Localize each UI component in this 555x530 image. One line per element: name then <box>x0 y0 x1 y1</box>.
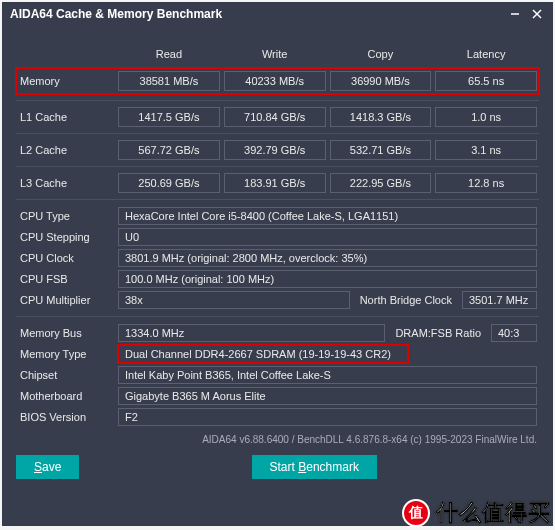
bios-row: BIOS Version F2 <box>16 407 539 427</box>
memory-read[interactable]: 38581 MB/s <box>118 71 220 91</box>
dram-ratio-value: 40:3 <box>491 324 537 342</box>
cpu-type-value: HexaCore Intel Core i5-8400 (Coffee Lake… <box>118 207 537 225</box>
l3-write[interactable]: 183.91 GB/s <box>224 173 326 193</box>
memory-copy[interactable]: 36990 MB/s <box>330 71 432 91</box>
chipset-value: Intel Kaby Point B365, Intel Coffee Lake… <box>118 366 537 384</box>
bios-label: BIOS Version <box>16 411 116 423</box>
bios-value: F2 <box>118 408 537 426</box>
cpu-fsb-label: CPU FSB <box>16 273 116 285</box>
chipset-row: Chipset Intel Kaby Point B365, Intel Cof… <box>16 365 539 385</box>
cpu-mult-label: CPU Multiplier <box>16 294 116 306</box>
l2-write[interactable]: 392.79 GB/s <box>224 140 326 160</box>
mem-type-label: Memory Type <box>16 348 116 360</box>
cpu-type-label: CPU Type <box>16 210 116 222</box>
cpu-fsb-row: CPU FSB 100.0 MHz (original: 100 MHz) <box>16 269 539 289</box>
mem-bus-label: Memory Bus <box>16 327 116 339</box>
start-benchmark-button[interactable]: Start Benchmark <box>252 455 377 479</box>
l1-latency[interactable]: 1.0 ns <box>435 107 537 127</box>
cpu-mult-value: 38x <box>118 291 350 309</box>
header-latency: Latency <box>433 46 539 62</box>
mobo-value: Gigabyte B365 M Aorus Elite <box>118 387 537 405</box>
header-copy: Copy <box>328 46 434 62</box>
l1-row: L1 Cache 1417.5 GB/s 710.84 GB/s 1418.3 … <box>16 107 539 127</box>
cpu-stepping-row: CPU Stepping U0 <box>16 227 539 247</box>
cpu-fsb-value: 100.0 MHz (original: 100 MHz) <box>118 270 537 288</box>
cpu-stepping-label: CPU Stepping <box>16 231 116 243</box>
window-title: AIDA64 Cache & Memory Benchmark <box>10 7 503 21</box>
l2-latency[interactable]: 3.1 ns <box>435 140 537 160</box>
nb-clock-label: North Bridge Clock <box>352 294 460 306</box>
close-icon <box>532 9 542 19</box>
minimize-button[interactable] <box>505 4 525 24</box>
save-button[interactable]: Save <box>16 455 79 479</box>
column-headers: Read Write Copy Latency <box>16 44 539 64</box>
app-window: AIDA64 Cache & Memory Benchmark Read Wri… <box>2 2 553 526</box>
watermark-text: 什么值得买 <box>436 498 551 528</box>
footer-text: AIDA64 v6.88.6400 / BenchDLL 4.6.876.8-x… <box>2 428 553 449</box>
cpu-clock-row: CPU Clock 3801.9 MHz (original: 2800 MHz… <box>16 248 539 268</box>
memory-latency[interactable]: 65.5 ns <box>435 71 537 91</box>
mobo-row: Motherboard Gigabyte B365 M Aorus Elite <box>16 386 539 406</box>
cpu-type-row: CPU Type HexaCore Intel Core i5-8400 (Co… <box>16 206 539 226</box>
titlebar: AIDA64 Cache & Memory Benchmark <box>2 2 553 26</box>
header-write: Write <box>222 46 328 62</box>
minimize-icon <box>510 9 520 19</box>
cpu-clock-label: CPU Clock <box>16 252 116 264</box>
close-button[interactable] <box>527 4 547 24</box>
memory-label: Memory <box>16 75 116 87</box>
watermark: 值 什么值得买 <box>402 498 551 528</box>
l1-write[interactable]: 710.84 GB/s <box>224 107 326 127</box>
l2-copy[interactable]: 532.71 GB/s <box>330 140 432 160</box>
l3-read[interactable]: 250.69 GB/s <box>118 173 220 193</box>
l2-label: L2 Cache <box>16 144 116 156</box>
mem-bus-row: Memory Bus 1334.0 MHz DRAM:FSB Ratio 40:… <box>16 323 539 343</box>
mem-type-row: Memory Type Dual Channel DDR4-2667 SDRAM… <box>16 344 539 364</box>
l1-label: L1 Cache <box>16 111 116 123</box>
l3-copy[interactable]: 222.95 GB/s <box>330 173 432 193</box>
l1-copy[interactable]: 1418.3 GB/s <box>330 107 432 127</box>
mem-type-value: Dual Channel DDR4-2667 SDRAM (19-19-19-4… <box>118 345 408 363</box>
memory-write[interactable]: 40233 MB/s <box>224 71 326 91</box>
chipset-label: Chipset <box>16 369 116 381</box>
l2-read[interactable]: 567.72 GB/s <box>118 140 220 160</box>
watermark-badge-icon: 值 <box>402 499 430 527</box>
memory-row: Memory 38581 MB/s 40233 MB/s 36990 MB/s … <box>16 68 539 94</box>
header-read: Read <box>116 46 222 62</box>
l1-read[interactable]: 1417.5 GB/s <box>118 107 220 127</box>
dram-ratio-label: DRAM:FSB Ratio <box>387 327 489 339</box>
cpu-clock-value: 3801.9 MHz (original: 2800 MHz, overcloc… <box>118 249 537 267</box>
cpu-stepping-value: U0 <box>118 228 537 246</box>
l2-row: L2 Cache 567.72 GB/s 392.79 GB/s 532.71 … <box>16 140 539 160</box>
nb-clock-value: 3501.7 MHz <box>462 291 537 309</box>
l3-label: L3 Cache <box>16 177 116 189</box>
button-row: Save Start Benchmark <box>2 449 553 485</box>
mobo-label: Motherboard <box>16 390 116 402</box>
l3-row: L3 Cache 250.69 GB/s 183.91 GB/s 222.95 … <box>16 173 539 193</box>
mem-bus-value: 1334.0 MHz <box>118 324 385 342</box>
cpu-mult-row: CPU Multiplier 38x North Bridge Clock 35… <box>16 290 539 310</box>
l3-latency[interactable]: 12.8 ns <box>435 173 537 193</box>
